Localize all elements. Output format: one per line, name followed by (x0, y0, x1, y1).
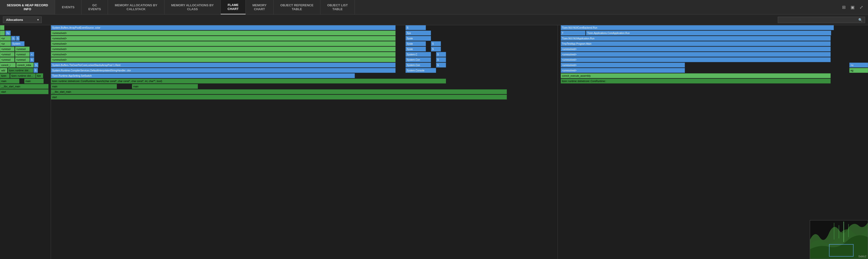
flame-block[interactable]: System (11, 41, 25, 46)
dropdown-label: Allocations (6, 18, 23, 22)
flame-block[interactable]: <unresolved> (51, 57, 396, 62)
layout-icon[interactable]: ⊞ (841, 4, 847, 11)
nav-item-object-list-table[interactable]: OBJECT LISTTABLE (320, 0, 355, 14)
flame-block[interactable]: coreclr_initia (16, 63, 34, 67)
flame-block[interactable]: <unresolved> (51, 47, 396, 52)
flame-block[interactable]: <unresolved> (51, 31, 396, 35)
flame-block[interactable]: TmpTestApp.Program.Main (561, 41, 831, 46)
flame-row-13: __libc_start_main (51, 89, 558, 95)
flame-block[interactable]: <unresol (15, 57, 30, 62)
nav-item-flame-chart[interactable]: FLAMECHART (221, 0, 246, 14)
flame-block[interactable]: main (24, 79, 44, 84)
flame-block[interactable]: System.Buffers.ArrayPoolEventSource..cct… (51, 25, 396, 30)
nav-item-session-heap[interactable]: SESSION & HEAP RECORDINFO (0, 0, 55, 14)
nav-item-memory-alloc-callstack[interactable]: MEMORY ALLOCATIONS BYCALLSTACK (108, 0, 164, 14)
flame-row: <unresol <unresol < (0, 52, 51, 57)
nav-item-gc-events[interactable]: GCEVENTS (82, 0, 108, 14)
flame-block[interactable]: System.C (405, 52, 431, 57)
flame-row: coreclr_i coreclr_initia Sy (0, 63, 51, 68)
flame-block[interactable]: System.Runtime.CompilerServices.DefaultI… (51, 68, 396, 73)
search-input[interactable] (780, 18, 858, 22)
flame-block[interactable]: <unresolved> (561, 63, 685, 67)
flame-block[interactable]: <unresolved> (51, 52, 396, 57)
minimap-canvas: 0xb6c2 (810, 221, 868, 259)
flame-row-4: <unresolved> Syste S (51, 41, 558, 47)
nav-spacer (355, 0, 837, 14)
flame-block[interactable]: __libc_start_main (51, 89, 507, 94)
flame-block[interactable]: <unresolved> (561, 47, 831, 52)
flame-block[interactable]: S (405, 25, 426, 30)
flame-block[interactable]: coreclr_execute_assembly (561, 73, 831, 78)
flame-block[interactable]: coreclr_i (0, 63, 16, 67)
flame-block[interactable]: S (16, 36, 20, 41)
search-icon[interactable]: 🔍 (858, 18, 862, 22)
flame-block[interactable]: main (51, 84, 117, 89)
flame-block[interactable]: tizen::runtime::dotnetcore::CoreRuntime:… (51, 79, 446, 84)
flame-block[interactable]: Sy (11, 36, 16, 41)
flame-block[interactable] (0, 31, 5, 35)
flame-block[interactable]: Syste (405, 47, 426, 52)
flame-block[interactable]: System.Con (405, 57, 431, 62)
flame-block[interactable]: <unresolved> (561, 68, 685, 73)
flame-block[interactable]: start (0, 89, 49, 94)
flame-block[interactable]: <ur (0, 36, 11, 41)
flame-row-10: Tizen.Runtime.AppSetting.SetSwitch (51, 73, 558, 79)
flame-block[interactable]: tizen::runtime::dotnetcore::CoreRuntime:… (561, 79, 831, 84)
flame-block[interactable]: <unresol (0, 57, 14, 62)
toolbar: Allocations ▾ 🔍 (0, 15, 868, 25)
flame-block[interactable]: Tizen.Applications.CoreApplication.Run (586, 31, 831, 35)
flame-block[interactable]: T (561, 31, 585, 35)
flame-block[interactable]: S (431, 47, 441, 52)
flame-block[interactable]: <unresolved> (51, 41, 396, 46)
flame-block[interactable]: tize (36, 73, 43, 78)
right-panel: Tizen.NUI.NUICoreBackend.Run T Tizen.App… (558, 25, 868, 259)
flame-block[interactable]: Syste (405, 36, 431, 41)
nav-item-memory-alloc-class[interactable]: MEMORY ALLOCATIONS BYCLASS (164, 0, 221, 14)
flame-block[interactable] (0, 25, 4, 30)
flame-block[interactable]: tizen (0, 73, 10, 78)
nav-item-events[interactable]: EVENTS (55, 0, 82, 14)
flame-block[interactable]: S (30, 57, 34, 62)
panel-icon[interactable]: ▣ (849, 4, 856, 11)
flame-block[interactable]: < (30, 52, 34, 57)
flame-block[interactable]: <unresolved> (51, 36, 396, 41)
flame-block[interactable]: Sys (405, 31, 431, 35)
flame-row: Sy (0, 31, 51, 36)
flame-block[interactable]: System.Buffers.TlsOverPerCoreLockedStack… (51, 63, 396, 67)
flame-block[interactable]: tizen::runtime::dotnetco (10, 73, 36, 78)
flame-block[interactable]: Tizen.NUI.NUIApplication.Run (561, 36, 831, 41)
flame-block[interactable]: <u (849, 63, 868, 67)
flame-block[interactable]: eg (849, 68, 868, 73)
flame-block[interactable]: System.Console (405, 68, 436, 73)
flame-block[interactable]: start (51, 95, 507, 99)
flame-block[interactable]: <ur (0, 41, 11, 46)
expand-icon[interactable]: ⤢ (859, 4, 864, 11)
flame-block[interactable]: System.Con (405, 63, 431, 67)
flame-block[interactable]: Sy (5, 31, 11, 35)
flame-block[interactable]: add (0, 68, 7, 73)
flame-block[interactable]: Tizen.Runtime.AppSetting.SetSwitch (51, 73, 355, 78)
flame-block[interactable]: Tizen.NUI.NUICoreBackend.Run (561, 25, 834, 30)
flame-block[interactable]: S (436, 63, 446, 67)
flame-block[interactable]: Syste (405, 41, 426, 46)
flame-row-6: <unresolved> System.C S (51, 52, 558, 57)
nav-item-memory-chart[interactable]: MEMORYCHART (246, 0, 274, 14)
flame-block[interactable]: S (436, 57, 446, 62)
flame-block[interactable]: <unresolved> (561, 52, 831, 57)
flame-block[interactable]: S (431, 41, 441, 46)
flame-block[interactable]: <unresol (0, 47, 14, 52)
right-flame-row-5: <unresolved> (558, 47, 868, 52)
flame-block[interactable]: <unresolved> (561, 57, 831, 62)
flame-block[interactable]: tizen::runtime::dotnetco (8, 68, 33, 73)
flame-block[interactable]: S (436, 52, 446, 57)
flame-block[interactable]: Sy (34, 63, 38, 67)
flame-block[interactable]: main (132, 84, 198, 89)
flame-block[interactable]: main (0, 79, 20, 84)
flame-block[interactable]: Sy (33, 68, 38, 73)
allocations-dropdown[interactable]: Allocations ▾ (3, 17, 42, 23)
flame-block[interactable]: <unresol (0, 52, 14, 57)
flame-block[interactable]: <unresol (15, 47, 30, 52)
flame-block[interactable]: <unresol (15, 52, 30, 57)
flame-block[interactable]: __libc_start_main (0, 84, 49, 89)
nav-item-object-reference-table[interactable]: OBJECT REFERENCETABLE (274, 0, 321, 14)
